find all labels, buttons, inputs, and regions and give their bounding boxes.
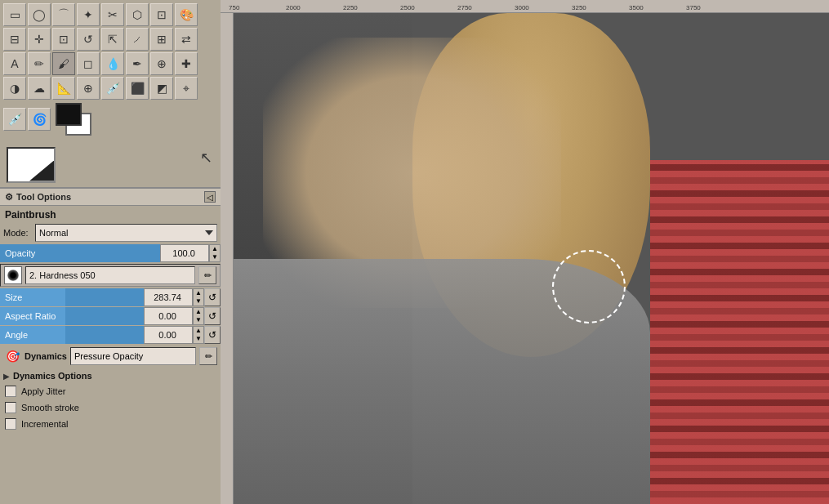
brush-selector-row: 2. Hardness 050 ✏ [0,264,221,287]
color-picker-tool[interactable]: 💉 [101,77,124,100]
angle-value[interactable]: 0.00 [144,326,193,344]
opacity-row: Opacity 100.0 ▲ ▼ [0,244,221,262]
color-picker2-tool[interactable]: 💉 [3,108,26,131]
aspect-ratio-refresh-button[interactable]: ↺ [204,307,221,325]
iscissors-tool[interactable]: ⊡ [150,3,173,26]
smooth-stroke-label: Smooth stroke [21,403,79,413]
angle-track[interactable] [65,326,144,344]
cursor-icon: ↖ [200,149,212,167]
tool-icon: ⚙ [5,192,13,203]
incremental-row: Incremental [0,416,221,432]
canvas-content[interactable] [234,13,829,504]
apply-jitter-checkbox[interactable] [5,386,16,397]
lasso-tool[interactable]: ⌒ [52,3,75,26]
perspective-tool[interactable]: ⊞ [150,28,173,51]
ruler-mark-3500: 3500 [629,4,644,11]
tool-row-2: ⊟ ✛ ⊡ ↺ ⇱ ⟋ ⊞ ⇄ [3,28,217,51]
tool-row-3: A ✏ 🖌 ◻ 💧 ✒ ⊕ ✚ [3,52,217,75]
flip-tool[interactable]: ⇄ [175,28,198,51]
fuzzy2-tool[interactable]: 🎨 [175,3,198,26]
size-refresh-button[interactable]: ↺ [204,288,221,306]
aspect-ratio-track[interactable] [65,307,144,325]
opacity-arrows[interactable]: ▲ ▼ [209,244,221,262]
tool-row-4: ◑ ☁ 📐 ⊕ 💉 ⬛ ◩ ⌖ [3,77,217,100]
photo-red-clothing [650,160,829,504]
dynamics-options-title: Dynamics Options [13,371,92,381]
ink-tool[interactable]: ✒ [126,52,149,75]
brush-thumbnail[interactable] [4,266,22,284]
aspect-ratio-arrows[interactable]: ▲ ▼ [193,307,204,325]
crop-tool[interactable]: ⊡ [52,28,75,51]
smudge-tool[interactable]: ☁ [28,77,51,100]
aspect-ratio-label: Aspect Ratio [0,307,65,325]
bucket-tool[interactable]: ⬛ [126,77,149,100]
paintbrush-label: Paintbrush [0,206,221,222]
scale-tool[interactable]: ⇱ [101,28,124,51]
aspect-ratio-down-arrow[interactable]: ▼ [194,316,203,324]
angle-row: Angle 0.00 ▲ ▼ ↺ [0,326,221,344]
size-up-arrow[interactable]: ▲ [194,289,203,297]
move-tool[interactable]: ✛ [28,28,51,51]
paintbrush-tool active[interactable]: 🖌 [52,52,75,75]
angle-up-arrow[interactable]: ▲ [194,327,203,335]
size-label: Size [0,288,65,306]
aspect-ratio-value[interactable]: 0.00 [144,307,193,325]
dodge-burn-tool[interactable]: ◑ [3,77,26,100]
opacity-value[interactable]: 100.0 [160,244,209,262]
blend-tool[interactable]: ◩ [150,77,173,100]
size-value[interactable]: 283.74 [144,288,193,306]
color-blocks [56,103,96,136]
photo-canvas [234,13,829,504]
opacity-up-arrow[interactable]: ▲ [210,245,220,253]
angle-refresh-button[interactable]: ↺ [204,326,221,344]
zoom-tool[interactable]: ⊕ [77,77,100,100]
size-arrows[interactable]: ▲ ▼ [193,288,204,306]
align-tool[interactable]: ⊟ [3,28,26,51]
brush-edit-button[interactable]: ✏ [198,266,216,284]
dynamics-value[interactable]: Pressure Opacity [70,347,196,365]
toolbox: ▭ ◯ ⌒ ✦ ✂ ⬡ ⊡ 🎨 ⊟ ✛ ⊡ ↺ ⇱ ⟋ ⊞ ⇄ [0,0,221,142]
warp-tool[interactable]: 🌀 [28,108,51,131]
smooth-stroke-checkbox[interactable] [5,402,16,413]
brush-name[interactable]: 2. Hardness 050 [25,266,195,284]
rect-select-tool[interactable]: ▭ [3,3,26,26]
incremental-checkbox[interactable] [5,418,16,430]
mode-select[interactable]: Normal Dissolve Behind Multiply Screen [35,224,217,242]
ellipse-select-tool[interactable]: ◯ [28,3,51,26]
opacity-down-arrow[interactable]: ▼ [210,253,220,261]
angle-arrows[interactable]: ▲ ▼ [193,326,204,344]
brush-canvas[interactable] [7,147,56,183]
aspect-ratio-row: Aspect Ratio 0.00 ▲ ▼ ↺ [0,307,221,325]
dynamics-options-header[interactable]: ▶ Dynamics Options [0,368,221,383]
mode-label: Mode: [3,228,32,238]
clone-tool[interactable]: ⊕ [150,52,173,75]
paths-tool[interactable]: ⌖ [175,77,198,100]
ruler-mark-2250: 2250 [343,4,358,11]
heal-tool[interactable]: ✚ [175,52,198,75]
pencil-tool[interactable]: ✏ [28,52,51,75]
tool-row-5: 💉 🌀 [3,101,217,137]
scissors-tool[interactable]: ✂ [101,3,124,26]
angle-label: Angle [0,326,65,344]
shear-tool[interactable]: ⟋ [126,28,149,51]
rotate-tool[interactable]: ↺ [77,28,100,51]
foreground-color[interactable] [56,103,82,126]
tool-row-1: ▭ ◯ ⌒ ✦ ✂ ⬡ ⊡ 🎨 [3,3,217,26]
ruler-mark-3250: 3250 [572,4,586,11]
size-track[interactable] [65,288,144,306]
collapse-button[interactable]: ◁ [204,191,216,203]
text-tool[interactable]: A [3,52,26,75]
opacity-track[interactable] [65,244,160,262]
brush-thumb-inner [7,270,19,281]
eraser-tool[interactable]: ◻ [77,52,100,75]
aspect-ratio-up-arrow[interactable]: ▲ [194,308,203,316]
airbrush-tool[interactable]: 💧 [101,52,124,75]
fuzzy-select-tool[interactable]: ✦ [77,3,100,26]
dynamics-edit-button[interactable]: ✏ [199,347,217,365]
foreground-select-tool[interactable]: ⬡ [126,3,149,26]
canvas-area[interactable]: 750 2000 2250 2500 2750 3000 3250 3500 3… [221,0,829,504]
size-down-arrow[interactable]: ▼ [194,297,203,306]
smooth-stroke-row: Smooth stroke [0,399,221,416]
measure-tool[interactable]: 📐 [52,77,75,100]
angle-down-arrow[interactable]: ▼ [194,335,203,343]
